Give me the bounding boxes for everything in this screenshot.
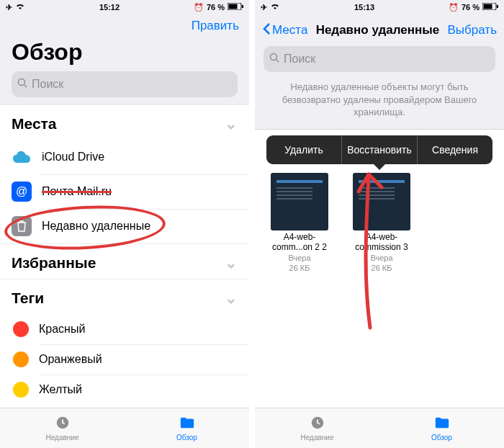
battery-icon xyxy=(482,3,498,12)
file-name: A4-web-commission 3 xyxy=(346,232,418,252)
nav-title: Недавно удаленные xyxy=(316,23,440,37)
search-icon xyxy=(17,78,27,91)
file-name: A4-web-comm...on 2 2 xyxy=(264,232,336,252)
svg-line-4 xyxy=(24,85,27,87)
svg-rect-7 xyxy=(484,4,492,9)
place-mailru[interactable]: @ Почта Mail.ru xyxy=(0,174,249,209)
back-button[interactable]: Места xyxy=(262,22,307,39)
status-bar: ✈ 15:12 ⏰ 76 % xyxy=(0,0,249,14)
battery-icon xyxy=(228,3,243,12)
section-places[interactable]: Места ⌄ xyxy=(0,104,249,140)
folder-icon xyxy=(433,415,451,432)
page-title: Обзор xyxy=(12,39,238,66)
nav-bar: Места Недавно удаленные Выбрать xyxy=(255,14,504,46)
trash-icon xyxy=(12,216,32,236)
search-input[interactable]: Поиск xyxy=(264,46,495,72)
clock-icon xyxy=(309,415,326,432)
browse-list: Места ⌄ iCloud Drive @ Почта Mail.ru Нед… xyxy=(0,104,249,405)
place-icloud[interactable]: iCloud Drive xyxy=(0,140,249,174)
icloud-icon xyxy=(12,147,32,167)
file-size: 26 КБ xyxy=(372,264,392,272)
file-thumbnail xyxy=(271,173,328,230)
row-label: Почта Mail.ru xyxy=(42,185,112,198)
section-tags[interactable]: Теги ⌄ xyxy=(0,279,249,314)
chevron-left-icon xyxy=(262,22,271,39)
airplane-icon: ✈ xyxy=(261,3,267,12)
mailru-icon: @ xyxy=(12,182,32,202)
row-label: Красный xyxy=(39,323,85,336)
alarm-icon: ⏰ xyxy=(449,3,459,12)
row-label: Недавно удаленные xyxy=(42,220,150,233)
chevron-down-icon: ⌄ xyxy=(225,290,238,307)
tag-dot-icon xyxy=(13,321,29,337)
chevron-down-icon: ⌄ xyxy=(225,254,238,272)
search-placeholder: Поиск xyxy=(284,53,315,66)
svg-point-9 xyxy=(271,54,277,61)
chevron-down-icon: ⌄ xyxy=(225,115,238,133)
file-thumbnail xyxy=(353,173,410,230)
tab-recents[interactable]: Недавние xyxy=(0,408,125,448)
alarm-icon: ⏰ xyxy=(194,3,204,12)
right-screen: ✈ 15:13 ⏰ 76 % Места Недавно удаленные В… xyxy=(255,0,504,448)
battery-percent: 76 % xyxy=(462,3,480,12)
tag-yellow[interactable]: Желтый xyxy=(0,375,249,405)
tag-orange[interactable]: Оранжевый xyxy=(0,344,249,375)
tag-dot-icon xyxy=(13,382,29,398)
file-date: Вчера xyxy=(370,254,392,262)
file-date: Вчера xyxy=(288,254,310,262)
select-button[interactable]: Выбрать xyxy=(448,23,497,37)
tab-bar: Недавние Обзор xyxy=(255,408,504,448)
row-label: Желтый xyxy=(39,383,82,396)
edit-button[interactable]: Править xyxy=(192,19,239,33)
section-favorites[interactable]: Избранные ⌄ xyxy=(0,243,249,279)
folder-icon xyxy=(179,415,196,432)
svg-rect-2 xyxy=(242,5,243,8)
svg-rect-8 xyxy=(497,5,498,8)
status-bar: ✈ 15:13 ⏰ 76 % xyxy=(255,0,504,14)
svg-point-3 xyxy=(19,79,25,86)
row-label: Оранжевый xyxy=(39,353,102,366)
svg-line-10 xyxy=(276,60,279,62)
nav-bar: Править xyxy=(0,14,249,33)
status-time: 15:12 xyxy=(99,3,120,12)
search-icon xyxy=(269,53,279,66)
menu-delete[interactable]: Удалить xyxy=(266,135,341,164)
place-recently-deleted[interactable]: Недавно удаленные xyxy=(0,209,249,243)
row-label: iCloud Drive xyxy=(42,151,104,163)
clock-icon xyxy=(54,415,71,432)
file-item[interactable]: A4-web-commission 3 Вчера 26 КБ xyxy=(346,173,418,272)
info-banner: Недавно удаленные объекты могут быть без… xyxy=(255,79,504,130)
tab-browse[interactable]: Обзор xyxy=(379,408,504,448)
search-input[interactable]: Поиск xyxy=(12,71,238,97)
status-time: 15:13 xyxy=(354,3,374,12)
svg-rect-1 xyxy=(229,4,238,9)
battery-percent: 76 % xyxy=(207,3,225,12)
wifi-icon xyxy=(270,3,280,12)
search-placeholder: Поиск xyxy=(32,78,63,91)
file-item[interactable]: A4-web-comm...on 2 2 Вчера 26 КБ xyxy=(264,173,336,272)
file-size: 26 КБ xyxy=(289,264,310,272)
tag-dot-icon xyxy=(13,351,29,367)
tab-recents[interactable]: Недавние xyxy=(255,408,379,448)
wifi-icon xyxy=(15,3,25,12)
menu-restore[interactable]: Восстановить xyxy=(341,135,417,164)
airplane-icon: ✈ xyxy=(6,3,12,12)
tab-bar: Недавние Обзор xyxy=(0,408,249,448)
tab-browse[interactable]: Обзор xyxy=(125,408,249,448)
context-menu: Удалить Восстановить Сведения xyxy=(266,135,492,164)
left-screen: ✈ 15:12 ⏰ 76 % Править Обзор Поиск Места xyxy=(0,0,249,448)
file-grid: Удалить Восстановить Сведения A4-web-com… xyxy=(255,130,504,281)
menu-info[interactable]: Сведения xyxy=(417,135,492,164)
tag-red[interactable]: Красный xyxy=(0,314,249,344)
large-title-area: Обзор Поиск xyxy=(0,33,249,104)
